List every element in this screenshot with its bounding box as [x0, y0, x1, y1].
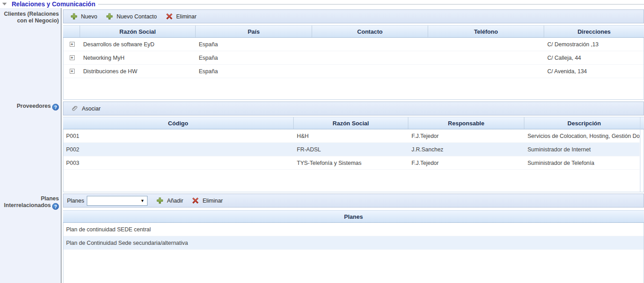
nuevo-contacto-button-label: Nuevo Contacto	[116, 13, 157, 20]
proveedores-toolbar: Asociar	[63, 102, 644, 115]
asociar-button-label: Asociar	[82, 106, 101, 112]
proveedores-grid-body: P001 H&H F.J.Tejedor Servicios de Coloca…	[63, 129, 644, 192]
planes-grid-body: Plan de continuidad SEDE central Plan de…	[63, 223, 644, 283]
eliminar-button-label: Eliminar	[176, 13, 197, 20]
table-row[interactable]: Plan de Continuidad Sede secundaria/alte…	[63, 236, 644, 250]
column-header-responsable[interactable]: Responsable	[408, 117, 524, 129]
column-header-descripcion[interactable]: Descripción	[524, 117, 644, 129]
cell-razon-social: TYS-Telefonía y Sistemas	[294, 156, 409, 169]
cell-contacto	[313, 65, 429, 78]
cell-razon-social: FR-ADSL	[294, 143, 409, 156]
clientes-toolbar: Nuevo Nuevo Contacto Eliminar	[63, 9, 644, 23]
planes-label-text: Planes Interrelacionados	[4, 195, 59, 208]
table-row[interactable]: P002 FR-ADSL J.R.Sanchez Suministrador d…	[63, 143, 640, 156]
cell-codigo: P003	[63, 156, 294, 169]
column-header-razon-social[interactable]: Razón Social	[80, 26, 196, 37]
section-header: Relaciones y Comunicación	[0, 0, 644, 8]
chevron-down-icon: ▼	[140, 199, 147, 203]
proveedores-label-text: Proveedores	[17, 103, 51, 109]
cell-plan: Plan de Continuidad Sede secundaria/alte…	[63, 236, 644, 249]
cell-direcciones: C/ Calleja, 44	[545, 51, 644, 64]
cell-descripcion: Suministrador de Internet	[525, 143, 640, 156]
planes-select-label: Planes	[67, 198, 84, 204]
eliminar-button[interactable]: Eliminar	[162, 12, 200, 21]
cell-direcciones: C/ Demostración ,13	[545, 38, 644, 51]
cell-responsable: F.J.Tejedor	[409, 129, 525, 142]
add-icon	[106, 13, 113, 20]
cell-responsable: J.R.Sanchez	[409, 143, 525, 156]
cell-telefono	[429, 38, 545, 51]
cell-razon-social: H&H	[294, 129, 409, 142]
paperclip-icon	[71, 105, 78, 112]
column-header-codigo[interactable]: Código	[63, 117, 294, 129]
expand-plus-icon[interactable]: +	[70, 55, 75, 60]
add-icon	[157, 197, 163, 204]
cell-codigo: P002	[63, 143, 294, 156]
cell-razon-social: Distribuciones de HW	[80, 65, 196, 78]
clientes-label: Clientes (Relaciones con el Negocio)	[0, 11, 59, 24]
planes-grid: Planes Plan de continuidad SEDE central …	[63, 210, 644, 283]
help-icon[interactable]: ?	[52, 104, 59, 111]
sidebar: Clientes (Relaciones con el Negocio) Pro…	[0, 8, 62, 283]
proveedores-label: Proveedores?	[0, 103, 59, 111]
table-row[interactable]: P001 H&H F.J.Tejedor Servicios de Coloca…	[63, 129, 640, 143]
table-row[interactable]: P003 TYS-Telefonía y Sistemas F.J.Tejedo…	[63, 156, 640, 170]
help-icon[interactable]: ?	[52, 203, 59, 210]
cell-codigo: P001	[63, 129, 294, 142]
clientes-label-text: Clientes (Relaciones con el Negocio)	[4, 11, 59, 24]
planes-select[interactable]: ▼	[87, 196, 148, 206]
add-icon	[71, 13, 77, 20]
expand-plus-icon[interactable]: +	[70, 42, 75, 47]
clientes-grid-header: Razón Social País Contacto Teléfono Dire…	[63, 25, 644, 38]
planes-toolbar: Planes ▼ Añadir Eliminar	[63, 194, 644, 208]
proveedores-grid-header: Código Razón Social Responsable Descripc…	[63, 117, 644, 129]
expander-column-header[interactable]	[63, 26, 80, 37]
cell-direcciones: C/ Avenida, 134	[545, 65, 644, 78]
cell-razon-social: Networking MyH	[80, 51, 196, 64]
cell-contacto	[313, 51, 429, 64]
cell-contacto	[313, 38, 429, 51]
scrollbar-track[interactable]	[640, 117, 640, 192]
table-row[interactable]: + Networking MyH España C/ Calleja, 44	[63, 51, 644, 65]
cell-responsable: F.J.Tejedor	[409, 156, 525, 169]
eliminar-button[interactable]: Eliminar	[188, 196, 226, 205]
table-row[interactable]: + Distribuciones de HW España C/ Avenida…	[63, 65, 644, 78]
column-header-razon-social[interactable]: Razón Social	[294, 117, 408, 129]
planes-label: Planes Interrelacionados?	[0, 195, 59, 210]
delete-icon	[166, 13, 173, 20]
cell-pais: España	[196, 38, 313, 51]
nuevo-button[interactable]: Nuevo	[67, 12, 101, 21]
nuevo-button-label: Nuevo	[81, 13, 97, 20]
asociar-button[interactable]: Asociar	[67, 103, 104, 114]
anadir-button-label: Añadir	[167, 198, 183, 204]
page-title: Relaciones y Comunicación	[12, 0, 95, 8]
relaciones-page: Relaciones y Comunicación Clientes (Rela…	[0, 0, 644, 283]
cell-razon-social: Desarrollos de software EyD	[80, 38, 196, 51]
nuevo-contacto-button[interactable]: Nuevo Contacto	[103, 12, 161, 21]
column-header-telefono[interactable]: Teléfono	[428, 26, 544, 37]
expand-plus-icon[interactable]: +	[70, 69, 75, 74]
cell-descripcion: Servicios de Colocation, Hosting, Gestió…	[525, 129, 640, 142]
column-header-contacto[interactable]: Contacto	[312, 26, 428, 37]
column-header-planes[interactable]: Planes	[63, 211, 644, 222]
clientes-grid: Razón Social País Contacto Teléfono Dire…	[63, 25, 644, 100]
cell-pais: España	[196, 65, 313, 78]
table-row[interactable]: Plan de continuidad SEDE central	[63, 223, 644, 236]
cell-telefono	[429, 51, 545, 64]
clientes-grid-body: + Desarrollos de software EyD España C/ …	[63, 38, 644, 100]
column-header-pais[interactable]: País	[196, 26, 312, 37]
planes-grid-header: Planes	[63, 210, 644, 223]
collapse-triangle-icon[interactable]	[2, 3, 7, 5]
proveedores-grid: Código Razón Social Responsable Descripc…	[63, 117, 644, 192]
fieldset-line	[98, 4, 644, 5]
table-row[interactable]: + Desarrollos de software EyD España C/ …	[63, 38, 644, 51]
eliminar-button-label: Eliminar	[202, 198, 223, 204]
cell-descripcion: Suministrador de Telefonía	[525, 156, 640, 169]
anadir-button[interactable]: Añadir	[153, 196, 187, 205]
delete-icon	[192, 197, 199, 204]
cell-pais: España	[196, 51, 313, 64]
column-header-direcciones[interactable]: Direcciones	[544, 26, 644, 37]
cell-plan: Plan de continuidad SEDE central	[63, 223, 644, 236]
cell-telefono	[429, 65, 545, 78]
